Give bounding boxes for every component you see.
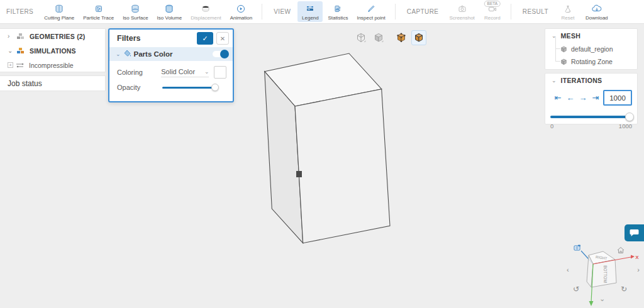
iso-surface-label: Iso Surface <box>123 15 148 21</box>
mesh-region-icon <box>560 58 567 65</box>
toolbar-divider <box>395 4 396 19</box>
previous-iteration-button[interactable]: ← <box>564 94 577 102</box>
surface-edges-mode-button[interactable] <box>411 30 426 45</box>
screenshot-icon <box>458 4 467 13</box>
iterations-panel: ⌄ ITERATIONS ⇤ ← → ⇥ 0 1000 <box>545 73 638 124</box>
statistics-button[interactable]: Statistics <box>324 1 352 22</box>
animation-icon <box>236 4 245 13</box>
slider-knob[interactable] <box>625 113 634 121</box>
statistics-icon <box>333 4 342 13</box>
close-button[interactable]: ✕ <box>216 32 229 45</box>
mesh-edges-cube-icon <box>414 33 424 43</box>
particle-trace-button[interactable]: Particle Trace <box>79 1 118 22</box>
iso-volume-label: Iso Volume <box>157 15 182 21</box>
mesh-item-label: default_region <box>571 45 613 53</box>
inspect-point-label: Inspect point <box>357 15 385 21</box>
job-status-label: Job status <box>8 79 42 88</box>
range-min-label: 0 <box>550 123 553 129</box>
simulation-run-icon <box>16 62 26 69</box>
incompressible-label: Incompressible <box>29 62 74 69</box>
parts-color-row[interactable]: ⌄ Parts Color <box>109 47 233 61</box>
legend-button[interactable]: Legend <box>297 1 323 22</box>
camera-icon[interactable] <box>574 245 580 251</box>
wireframe-mode-button[interactable] <box>353 30 369 45</box>
tree-item-simulations[interactable]: ⌄ SIMULATIONS <box>0 43 105 58</box>
chat-bubble-icon <box>630 229 639 237</box>
rotate-right-arrow[interactable]: › <box>637 266 640 273</box>
tree-item-geometries[interactable]: › GEOMETRIES (2) <box>0 29 105 43</box>
toggle-knob <box>220 50 229 58</box>
tree-item-incompressible[interactable]: + Incompressible <box>0 58 105 72</box>
inspect-point-button[interactable]: Inspect point <box>353 1 389 22</box>
mesh-item-rotating-zone[interactable]: Rotating Zone <box>545 55 637 68</box>
edge-marker <box>296 171 302 177</box>
iso-volume-button[interactable]: Iso Volume <box>153 1 186 22</box>
particle-trace-label: Particle Trace <box>83 15 114 21</box>
opacity-slider[interactable] <box>162 84 218 91</box>
rotate-ccw-button[interactable]: ↺ <box>573 285 579 294</box>
job-status-panel[interactable]: Job status <box>0 75 106 91</box>
iteration-slider[interactable] <box>550 112 632 121</box>
download-button[interactable]: Download <box>582 1 612 22</box>
chevron-down-icon: ⌄ <box>552 77 557 84</box>
slider-track <box>162 87 218 89</box>
iteration-range: 0 1000 <box>545 121 637 129</box>
iteration-input[interactable] <box>603 90 632 106</box>
displacement-icon <box>201 4 210 13</box>
scene-tree-panel: › GEOMETRIES (2) ⌄ SIMULATIONS + Incompr… <box>0 28 106 72</box>
expand-plus-icon[interactable]: + <box>8 62 13 68</box>
toolbar-divider <box>511 4 511 19</box>
coloring-value: Solid Color <box>161 68 195 75</box>
record-button[interactable]: BETA Record <box>480 1 505 22</box>
x-axis-arrowhead <box>631 255 635 259</box>
toolbar-divider <box>262 4 262 19</box>
home-view-icon[interactable] <box>618 248 624 253</box>
coloring-label: Coloring <box>117 69 161 76</box>
iterations-header[interactable]: ⌄ ITERATIONS <box>545 74 637 87</box>
geometries-label: GEOMETRIES (2) <box>30 33 86 40</box>
box-front-face <box>295 89 390 243</box>
range-max-label: 1000 <box>619 123 632 129</box>
view-cube-widget[interactable]: RIGHT BOTTOM X ‹ › ↺ ↻ ⌄ <box>562 241 642 307</box>
rotate-left-arrow[interactable]: ‹ <box>567 266 569 273</box>
view-section-label: VIEW <box>267 8 297 15</box>
chevron-right-icon: › <box>8 33 16 40</box>
apply-button[interactable]: ✓ <box>197 32 213 45</box>
next-iteration-button[interactable]: → <box>577 94 589 102</box>
displacement-button[interactable]: Displacement <box>187 1 225 22</box>
chevron-down-icon: ⌄ <box>8 47 16 54</box>
filters-popup-title: Filters <box>117 34 197 43</box>
render-mode-toolbar <box>352 30 428 45</box>
slider-knob[interactable] <box>211 84 219 91</box>
mesh-points-cube-icon <box>396 33 406 43</box>
record-label: Record <box>484 15 501 21</box>
coloring-dropdown[interactable]: Solid Color ⌄ <box>161 68 209 77</box>
iterations-title: ITERATIONS <box>561 77 602 84</box>
parts-color-toggle[interactable] <box>213 51 228 57</box>
displacement-label: Displacement <box>191 15 221 21</box>
download-label: Download <box>586 15 608 21</box>
iteration-controls: ⇤ ← → ⇥ <box>545 87 637 106</box>
filters-section-label: FILTERS <box>0 8 40 15</box>
cutting-plane-button[interactable]: Cutting Plane <box>40 1 78 22</box>
surface-mode-button[interactable] <box>371 30 386 45</box>
cutting-plane-icon <box>55 4 64 13</box>
cutting-plane-label: Cutting Plane <box>44 15 74 21</box>
parts-color-label: Parts Color <box>134 50 213 58</box>
iso-surface-icon <box>131 4 140 13</box>
navigation-cube[interactable]: RIGHT BOTTOM <box>587 251 616 287</box>
surface-points-mode-button[interactable] <box>394 30 409 45</box>
animation-button[interactable]: Animation <box>226 1 257 22</box>
x-axis-label: X <box>635 255 639 260</box>
first-iteration-button[interactable]: ⇤ <box>552 94 564 102</box>
collapse-cube-button[interactable]: ⌄ <box>599 295 605 303</box>
iso-surface-button[interactable]: Iso Surface <box>119 1 152 22</box>
reset-button[interactable]: Reset <box>555 1 580 22</box>
color-swatch[interactable] <box>214 66 226 79</box>
screenshot-button[interactable]: Screenshot <box>445 1 478 22</box>
filters-popup-header: Filters ✓ ✕ <box>109 30 233 47</box>
last-iteration-button[interactable]: ⇥ <box>589 94 602 102</box>
mesh-panel: ⌄ MESH default_region Rotating Zone <box>545 28 638 70</box>
support-chat-button[interactable] <box>625 224 644 241</box>
rotate-cw-button[interactable]: ↻ <box>621 285 627 294</box>
